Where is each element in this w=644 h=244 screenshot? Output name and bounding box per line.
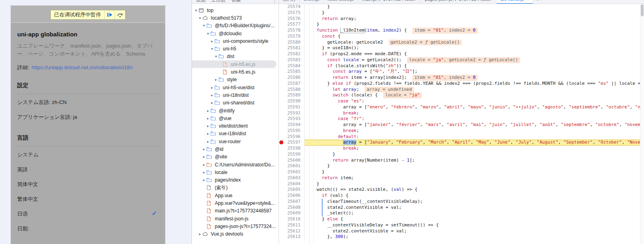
tree-item-vite-dist-client[interactable]: ▸vite/dist/client [192, 122, 279, 130]
line-number[interactable]: 25590 [279, 98, 305, 104]
code-text[interactable]: state2.contentVisible = val; [305, 228, 640, 234]
chevron-down-icon[interactable]: ▾ [194, 8, 198, 12]
step-over-button[interactable] [115, 10, 125, 19]
line-number[interactable]: 25586 [279, 75, 305, 81]
code-line-25594[interactable]: 25594 array = ["janvier", "février", "ma… [279, 122, 640, 128]
language-list-item[interactable]: システム [17, 146, 159, 161]
tree-item--intlify[interactable]: ▸@intlify [192, 107, 279, 114]
tree-item-uni-h5.es.js[interactable]: uni-h5.es.js [192, 60, 277, 68]
line-number[interactable]: 25605 [279, 187, 305, 193]
code-text[interactable]: } [305, 152, 640, 158]
chevron-right-icon[interactable]: ▸ [210, 93, 214, 97]
code-line-25613[interactable]: 25613 }, 300); [279, 234, 640, 240]
code-text[interactable]: } [305, 181, 640, 187]
line-number[interactable]: 25592 [279, 110, 305, 116]
chevron-right-icon[interactable]: ▸ [202, 163, 206, 167]
language-list-item[interactable]: システム言語: zh-CN [17, 94, 159, 109]
code-line-25608[interactable]: 25608 state2.contentVisible = val; [279, 205, 640, 211]
code-line-25595[interactable]: 25595 break; [279, 128, 640, 134]
line-number[interactable]: 25594 [279, 122, 305, 128]
code-line-25610[interactable]: 25610 } else { [279, 216, 640, 222]
code-text[interactable]: } [305, 4, 640, 10]
code-line-25583[interactable]: 25583 const locale = getLocale2();locale… [279, 57, 640, 63]
code-line-25592[interactable]: 25592 break; [279, 110, 640, 116]
code-text[interactable]: array = ["enero", "febrero", "marzo", "a… [305, 104, 640, 110]
tree-item-locale[interactable]: ▸locale [192, 168, 279, 176]
code-line-25581[interactable]: 25581 } = useI18n(); [279, 45, 640, 51]
tree-item-uni-h5-vue-dist[interactable]: ▸uni-h5-vue/dist [192, 84, 279, 91]
code-line-25599[interactable]: 25599 } [279, 152, 640, 158]
tree-item--[interactable]: (索引) [192, 184, 279, 192]
code-text[interactable]: break; [305, 110, 640, 116]
code-text[interactable]: } else { [305, 216, 640, 222]
code-view[interactable]: 25574 }25575 }25576 return array;25577}2… [279, 4, 640, 244]
line-number[interactable]: 25576 [279, 16, 305, 22]
navigator-tab-替换[interactable]: 替换 [231, 0, 241, 4]
line-number[interactable]: 25604 [279, 181, 305, 187]
editor-tab-main.js-t-1757732448587[interactable]: main.js?t=1757732448587 [358, 0, 421, 4]
chevron-right-icon[interactable]: ▸ [206, 116, 210, 120]
chevron-right-icon[interactable]: ▸ [202, 147, 206, 151]
tree-item-main.js-t-1757732448587[interactable]: main.js?t=1757732448587 [192, 207, 279, 215]
chevron-down-icon[interactable]: ▾ [198, 16, 202, 20]
language-list-item[interactable]: 简体中文 [17, 176, 159, 191]
code-text[interactable]: case "fr": [305, 116, 640, 122]
code-text[interactable]: break; [305, 128, 640, 134]
tab-overflow-chevron[interactable]: » [533, 0, 542, 4]
code-text[interactable]: getLocale: getLocale2getLocale2 = ƒ getL… [305, 40, 640, 46]
line-number[interactable]: 25581 [279, 45, 305, 51]
line-number[interactable]: 25613 [279, 234, 305, 240]
chevron-right-icon[interactable]: ▸ [206, 124, 210, 128]
code-text[interactable]: __contentVisibleDelay = setTimeout(() =>… [305, 222, 640, 228]
code-line-25582[interactable]: 25582 if (props2.mode === mode.DATE) { [279, 51, 640, 57]
code-text[interactable]: return array[Number(item) - 1]; [305, 158, 640, 164]
chevron-down-icon[interactable]: ▾ [210, 47, 214, 51]
tree-item--dcloudio[interactable]: ▾@dcloudio [192, 30, 279, 37]
line-number[interactable]: 25580 [279, 40, 305, 46]
code-text[interactable]: const locale = getLocale2();locale = "ja… [305, 57, 640, 63]
tree-item-pages-json-js-t-17577324...[interactable]: pages-json-js?t=17577324... [192, 222, 279, 230]
tree-item-vue.js-devtools[interactable]: ▸Vue.js devtools [192, 230, 279, 238]
code-line-25612[interactable]: 25612 state2.contentVisible = val; [279, 228, 640, 234]
editor-scrollbar[interactable] [640, 4, 644, 244]
editor-tab-hook-exec.js[interactable]: hook-exec.js [323, 0, 358, 4]
line-number[interactable]: 25602 [279, 169, 305, 175]
code-text[interactable]: } [305, 169, 640, 175]
code-line-25611[interactable]: 25611 __contentVisibleDelay = setTimeout… [279, 222, 640, 228]
line-number[interactable]: 25608 [279, 205, 305, 211]
line-number[interactable]: 25609 [279, 210, 305, 216]
code-line-25598[interactable]: 25598 break; [279, 146, 640, 152]
tree-item-app.vue-vue-type-style-...[interactable]: App.vue?vue&type=style&... [192, 199, 279, 207]
code-line-25588[interactable]: 25588 let array;array = undefined [279, 87, 640, 93]
tree-item-uni-i18n-dist[interactable]: ▸uni-i18n/dist [192, 91, 279, 99]
chevron-down-icon[interactable]: ▾ [202, 24, 206, 28]
editor-tab-uni-h5.es.js[interactable]: uni-h5.es.js× [497, 0, 534, 4]
line-number[interactable]: 25583 [279, 57, 305, 63]
code-line-25609[interactable]: 25609 _select(); [279, 210, 640, 216]
editor-scrollbar-thumb[interactable] [641, 4, 644, 16]
line-number[interactable]: 25598 [279, 146, 305, 152]
code-text[interactable]: default: [305, 134, 640, 140]
navigator-tab-工作区[interactable]: 工作区 [211, 0, 226, 4]
tree-item-vue-i18n-dist[interactable]: ▸vue-i18n/dist [192, 130, 279, 138]
tree-item--id[interactable]: ▸@id [192, 145, 279, 153]
tree-item-manifest-json-js[interactable]: manifest-json-js [192, 215, 279, 222]
line-number[interactable]: 25611 [279, 222, 305, 228]
code-text[interactable]: return array; [305, 16, 640, 22]
code-text[interactable]: array = ["January", "February", "March",… [305, 140, 640, 146]
line-number[interactable]: 25603 [279, 175, 305, 181]
line-number[interactable]: 25601 [279, 163, 305, 169]
code-text[interactable]: return item; [305, 175, 640, 181]
editor-tab--[interactable]: (索引) [279, 0, 300, 4]
line-number[interactable]: 25587 [279, 81, 305, 87]
code-text[interactable]: }, 300); [305, 234, 640, 240]
line-number-with-breakpoint[interactable]: 25597 [279, 140, 305, 146]
code-line-25605[interactable]: 25605watch(() => state2.visible, (val) =… [279, 187, 640, 193]
line-number[interactable]: 25588 [279, 87, 305, 93]
tree-item-style[interactable]: ▸style [192, 76, 279, 84]
line-number[interactable]: 25582 [279, 51, 305, 57]
hovered-token[interactable]: _l10nItem [341, 28, 365, 33]
code-line-25580[interactable]: 25580 getLocale: getLocale2getLocale2 = … [279, 40, 640, 46]
line-number[interactable]: 25577 [279, 22, 305, 28]
code-line-25589[interactable]: 25589 switch (locale) {locale = "ja" [279, 92, 640, 98]
